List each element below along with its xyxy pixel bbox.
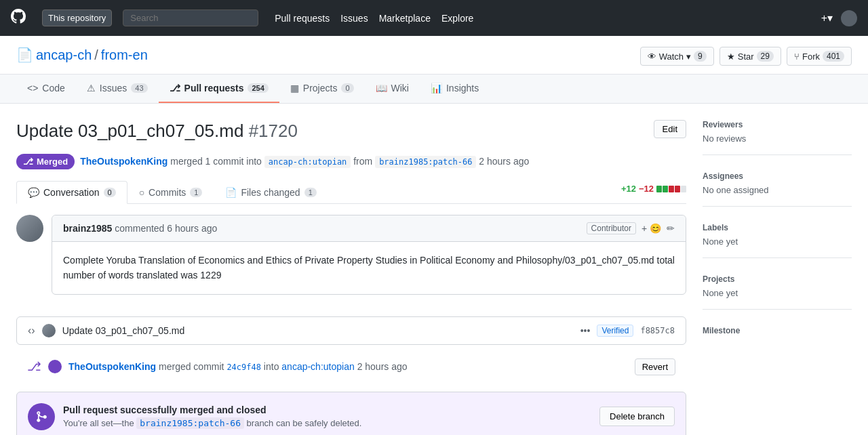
pr-head-branch[interactable]: brainz1985:patch-66 <box>375 156 476 168</box>
fork-button[interactable]: ⑂ Fork 401 <box>787 47 852 66</box>
pr-meta-text: TheOutspokenKing merged 1 commit into an… <box>80 156 529 167</box>
milestone-title: Milestone <box>703 326 852 335</box>
labels-value: None yet <box>703 236 852 247</box>
tab-insights[interactable]: 📊 Insights <box>420 75 490 103</box>
pr-meta: ⎇ Merged TheOutspokenKing merged 1 commi… <box>16 154 686 169</box>
subtab-files-changed[interactable]: 📄 Files changed 1 <box>214 181 328 204</box>
projects-icon: ▦ <box>290 83 299 94</box>
watch-dropdown-icon: ▾ <box>686 51 691 62</box>
avatar[interactable] <box>841 10 857 26</box>
edit-button[interactable]: Edit <box>654 120 686 138</box>
github-logo-icon[interactable] <box>11 9 26 28</box>
assignees-value: No one assigned <box>703 185 852 195</box>
sidebar-milestone: Milestone <box>703 326 852 350</box>
diff-stats: +12 −12 <box>621 184 686 199</box>
merged-branch-code[interactable]: brainz1985:patch-66 <box>136 417 244 429</box>
diff-additions: +12 <box>621 184 636 194</box>
commit-row: ‹› Update 03_p01_ch07_05.md ••• Verified… <box>16 316 686 345</box>
merged-badge: ⎇ Merged <box>16 154 75 169</box>
reviewers-title: Reviewers <box>703 120 852 129</box>
insights-icon: 📊 <box>431 83 442 94</box>
navbar-actions: +▾ <box>821 10 857 26</box>
commit-message: Update 03_p01_ch07_05.md <box>62 325 574 336</box>
main-content: Update 03_p01_ch07_05.md #1720 Edit ⎇ Me… <box>0 104 868 435</box>
pr-base-branch[interactable]: ancap-ch:utopian <box>264 156 351 168</box>
sidebar-reviewers: Reviewers No reviews <box>703 120 852 155</box>
diff-bar-5 <box>681 186 686 192</box>
navbar: This repository Pull requests Issues Mar… <box>0 0 868 36</box>
pr-sidebar: Reviewers No reviews Assignees No one as… <box>703 120 852 435</box>
star-label: Star <box>738 51 754 62</box>
new-item-button[interactable]: +▾ <box>821 12 833 24</box>
nav-issues[interactable]: Issues <box>340 13 368 24</box>
eye-icon: 👁 <box>648 51 656 62</box>
comment-container: brainz1985 commented 6 hours ago Contrib… <box>16 215 686 306</box>
reviewers-value: No reviews <box>703 133 852 144</box>
merge-branch-link[interactable]: ancap-ch:utopian <box>281 361 354 372</box>
projects-title: Projects <box>703 274 852 284</box>
diff-deletions: −12 <box>639 184 654 194</box>
pr-author-link[interactable]: TheOutspokenKing <box>80 156 167 167</box>
merged-success-banner: Pull request successfully merged and clo… <box>16 392 686 435</box>
breadcrumb: 📄 ancap-ch / from-en <box>16 47 148 63</box>
fork-label: Fork <box>802 51 820 62</box>
commit-sha[interactable]: f8857c8 <box>640 326 675 335</box>
merge-author-link[interactable]: TheOutspokenKing <box>68 361 156 372</box>
diff-bar-3 <box>669 186 674 192</box>
revert-button[interactable]: Revert <box>635 358 675 375</box>
tab-pull-requests[interactable]: ⎇ Pull requests 254 <box>159 75 279 103</box>
comment-block: brainz1985 commented 6 hours ago Contrib… <box>52 215 686 295</box>
tab-issues[interactable]: ⚠ Issues 43 <box>76 75 159 103</box>
subtab-commits[interactable]: ○ Commits 1 <box>127 181 214 204</box>
nav-pull-requests[interactable]: Pull requests <box>275 13 330 24</box>
diff-bar-4 <box>675 186 680 192</box>
commit-options-button[interactable]: ••• <box>580 325 591 336</box>
repo-action-buttons: 👁 Watch ▾ 9 ★ Star 29 ⑂ Fork 401 <box>640 47 852 66</box>
comment-body: Complete Yoruba Translation of Economics… <box>52 242 686 294</box>
repo-owner-link[interactable]: ancap-ch <box>36 47 92 63</box>
subtab-conversation[interactable]: 💬 Conversation 0 <box>16 181 127 204</box>
edit-comment-button[interactable]: ✏ <box>667 223 675 234</box>
repo-nav-tabs: <> Code ⚠ Issues 43 ⎇ Pull requests 254 … <box>0 75 868 104</box>
projects-value: None yet <box>703 288 852 298</box>
merge-icon: ⎇ <box>23 157 33 167</box>
comment-header: brainz1985 commented 6 hours ago Contrib… <box>52 215 686 242</box>
watch-button[interactable]: 👁 Watch ▾ 9 <box>640 47 714 66</box>
repo-name-link[interactable]: from-en <box>101 47 148 63</box>
files-icon: 📄 <box>225 187 237 198</box>
code-icon: <> <box>27 83 38 94</box>
comment-author[interactable]: brainz1985 <box>63 223 112 234</box>
commenter-avatar <box>16 215 43 242</box>
repo-select-button[interactable]: This repository <box>42 9 112 26</box>
merged-success-title: Pull request successfully merged and clo… <box>63 405 599 415</box>
add-reaction-button[interactable]: + 😊 <box>642 223 661 234</box>
commit-author-avatar <box>42 324 56 337</box>
star-button[interactable]: ★ Star 29 <box>719 47 781 66</box>
watch-count: 9 <box>694 51 707 62</box>
tab-code[interactable]: <> Code <box>16 75 76 103</box>
merge-author-name: TheOutspokenKing merged commit 24c9f48 i… <box>68 361 408 372</box>
comment-meta: brainz1985 commented 6 hours ago <box>63 223 217 234</box>
conversation-icon: 💬 <box>28 187 39 198</box>
nav-explore[interactable]: Explore <box>441 13 473 24</box>
pr-icon: ⎇ <box>170 83 180 94</box>
diff-bar-2 <box>663 186 668 192</box>
merged-success-content: Pull request successfully merged and clo… <box>63 405 599 428</box>
watch-label: Watch <box>659 51 684 62</box>
search-input[interactable] <box>123 9 258 26</box>
merge-event-icon: ⎇ <box>27 359 41 374</box>
delete-branch-button[interactable]: Delete branch <box>599 407 675 426</box>
sidebar-projects: Projects None yet <box>703 274 852 310</box>
sidebar-labels: Labels None yet <box>703 223 852 258</box>
nav-marketplace[interactable]: Marketplace <box>379 13 431 24</box>
pr-number: #1720 <box>249 121 298 141</box>
breadcrumb-separator: / <box>94 47 98 63</box>
diff-bar-1 <box>656 186 662 192</box>
merge-event-row: ⎇ TheOutspokenKing merged commit 24c9f48… <box>16 353 686 381</box>
tab-projects[interactable]: ▦ Projects 0 <box>279 75 365 103</box>
wiki-icon: 📖 <box>376 83 387 94</box>
pr-subnav: 💬 Conversation 0 ○ Commits 1 📄 Files cha… <box>16 180 686 204</box>
merge-sha-link[interactable]: 24c9f48 <box>226 362 261 372</box>
tab-wiki[interactable]: 📖 Wiki <box>365 75 420 103</box>
pr-title: Update 03_p01_ch07_05.md #1720 <box>16 120 298 143</box>
